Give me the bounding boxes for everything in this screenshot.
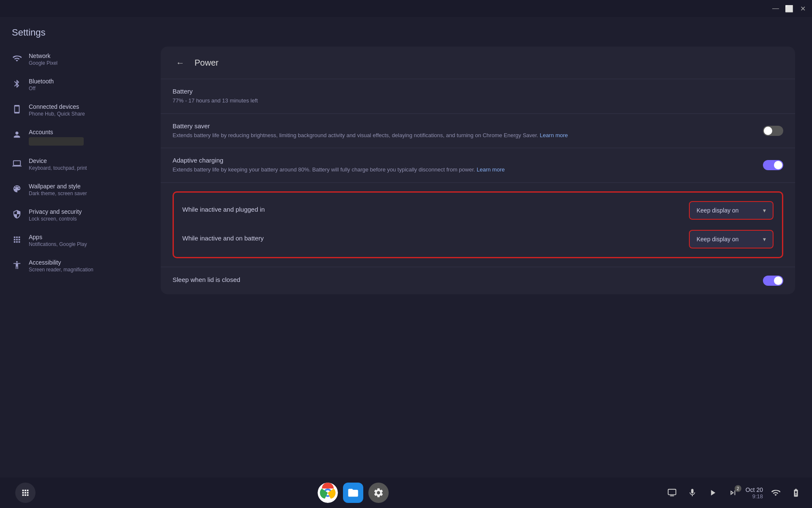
play-button[interactable] <box>705 485 720 500</box>
accounts-title: Accounts <box>29 129 134 135</box>
connected-subtitle: Phone Hub, Quick Share <box>29 111 134 117</box>
device-title: Device <box>29 157 134 164</box>
sidebar-text-accessibility: Accessibility Screen reader, magnificati… <box>29 259 134 273</box>
panel-title: Power <box>195 58 219 68</box>
network-title: Network <box>29 52 134 59</box>
sidebar: Settings Network Google Pixel Bluetoo <box>0 17 152 478</box>
battery-saver-title: Battery saver <box>173 122 754 130</box>
apps-icon <box>12 235 22 245</box>
battery-saver-toggle-knob <box>764 127 772 135</box>
sidebar-item-bluetooth[interactable]: Bluetooth Off <box>0 72 145 97</box>
sleep-lid-title: Sleep when lid is closed <box>173 276 240 283</box>
sidebar-item-privacy[interactable]: Privacy and security Lock screen, contro… <box>0 202 145 228</box>
while-battery-row: While inactive and on battery Keep displ… <box>177 225 779 254</box>
date-display: Oct 20 <box>746 486 763 493</box>
devices-icon <box>12 104 22 114</box>
while-plugged-label: While inactive and plugged in <box>182 206 265 213</box>
bluetooth-icon <box>12 79 22 89</box>
chrome-app-button[interactable] <box>318 483 338 503</box>
account-icon <box>12 130 22 140</box>
while-battery-dropdown-arrow: ▾ <box>763 236 766 243</box>
main-content: ← Power Battery 77% - 17 hours and 13 mi… <box>152 38 812 478</box>
battery-saver-section: Battery saver Extends battery life by re… <box>161 114 795 149</box>
adaptive-charging-toggle[interactable] <box>763 160 783 170</box>
shield-icon <box>12 209 22 219</box>
battery-title: Battery <box>173 88 783 95</box>
privacy-subtitle: Lock screen, controls <box>29 216 134 222</box>
keep-display-highlight-box: While inactive and plugged in Keep displ… <box>173 191 783 258</box>
sidebar-item-device[interactable]: Device Keyboard, touchpad, print <box>0 152 145 177</box>
overview-button[interactable] <box>664 485 680 500</box>
sidebar-item-apps[interactable]: Apps Notifications, Google Play <box>0 228 145 253</box>
network-subtitle: Google Pixel <box>29 60 134 66</box>
battery-status-icon[interactable] <box>788 485 804 500</box>
content-panel: ← Power Battery 77% - 17 hours and 13 mi… <box>161 47 795 294</box>
while-plugged-row: While inactive and plugged in Keep displ… <box>177 196 779 225</box>
sidebar-text-accounts: Accounts <box>29 129 134 146</box>
battery-saver-toggle[interactable] <box>763 126 783 136</box>
time-display: 9:18 <box>746 493 763 500</box>
sidebar-title: Settings <box>12 27 140 38</box>
sidebar-header: Settings <box>0 17 152 47</box>
back-button[interactable]: ← <box>173 55 188 70</box>
adaptive-charging-text: Adaptive charging Extends battery life b… <box>173 157 763 174</box>
sidebar-item-wallpaper[interactable]: Wallpaper and style Dark theme, screen s… <box>0 177 145 202</box>
sidebar-text-apps: Apps Notifications, Google Play <box>29 234 134 247</box>
skip-next-button[interactable]: 2 <box>725 485 741 500</box>
while-battery-dropdown[interactable]: Keep display on ▾ <box>689 230 774 248</box>
accounts-blur <box>29 137 84 146</box>
panel-header: ← Power <box>161 47 795 79</box>
wallpaper-title: Wallpaper and style <box>29 183 134 190</box>
mic-button[interactable] <box>685 485 700 500</box>
close-button[interactable]: ✕ <box>797 3 809 14</box>
battery-saver-row: Battery saver Extends battery life by re… <box>173 122 783 140</box>
svg-rect-3 <box>668 489 676 495</box>
sleep-lid-toggle[interactable] <box>763 276 783 286</box>
privacy-title: Privacy and security <box>29 208 134 215</box>
palette-icon <box>12 184 22 194</box>
svg-rect-4 <box>670 495 674 496</box>
taskbar: 2 Oct 20 9:18 <box>0 478 812 508</box>
taskbar-right: 2 Oct 20 9:18 <box>664 485 804 500</box>
date-time-button[interactable]: Oct 20 9:18 <box>746 486 763 500</box>
apps-launcher-button[interactable] <box>15 483 36 503</box>
battery-saver-desc: Extends battery life by reducing brightn… <box>173 131 754 140</box>
adaptive-charging-learn-more[interactable]: Learn more <box>477 166 505 173</box>
minimize-button[interactable]: — <box>770 3 782 14</box>
adaptive-charging-desc: Extends battery life by keeping your bat… <box>173 166 754 174</box>
sidebar-item-network[interactable]: Network Google Pixel <box>0 47 145 72</box>
bluetooth-subtitle: Off <box>29 86 134 91</box>
sidebar-text-connected: Connected devices Phone Hub, Quick Share <box>29 103 134 117</box>
sidebar-text-network: Network Google Pixel <box>29 52 134 66</box>
wifi-status-icon[interactable] <box>768 485 783 500</box>
device-subtitle: Keyboard, touchpad, print <box>29 165 134 171</box>
while-plugged-dropdown[interactable]: Keep display on ▾ <box>689 201 774 220</box>
taskbar-center <box>318 483 389 503</box>
accessibility-subtitle: Screen reader, magnification <box>29 267 134 273</box>
laptop-icon <box>12 158 22 168</box>
sleep-lid-toggle-knob <box>774 276 782 285</box>
sidebar-item-connected-devices[interactable]: Connected devices Phone Hub, Quick Share <box>0 97 145 123</box>
sidebar-text-bluetooth: Bluetooth Off <box>29 78 134 91</box>
sidebar-text-privacy: Privacy and security Lock screen, contro… <box>29 208 134 222</box>
sidebar-text-wallpaper: Wallpaper and style Dark theme, screen s… <box>29 183 134 196</box>
adaptive-charging-toggle-knob <box>774 161 782 169</box>
display-settings-section: While inactive and plugged in Keep displ… <box>161 183 795 267</box>
sleep-lid-row: Sleep when lid is closed <box>173 276 783 286</box>
battery-saver-learn-more[interactable]: Learn more <box>540 132 568 138</box>
while-plugged-dropdown-arrow: ▾ <box>763 207 766 214</box>
maximize-button[interactable]: ⬜ <box>783 3 795 14</box>
wifi-icon <box>12 53 22 64</box>
wallpaper-subtitle: Dark theme, screen saver <box>29 190 134 196</box>
files-app-button[interactable] <box>343 483 363 503</box>
adaptive-charging-title: Adaptive charging <box>173 157 754 164</box>
adaptive-charging-section: Adaptive charging Extends battery life b… <box>161 148 795 183</box>
settings-app-button[interactable] <box>368 483 389 503</box>
sleep-lid-section: Sleep when lid is closed <box>161 267 795 294</box>
connected-title: Connected devices <box>29 103 134 110</box>
sidebar-item-accessibility[interactable]: Accessibility Screen reader, magnificati… <box>0 253 145 279</box>
apps-subtitle: Notifications, Google Play <box>29 241 134 247</box>
bluetooth-title: Bluetooth <box>29 78 134 85</box>
notification-badge: 2 <box>735 485 741 492</box>
sidebar-item-accounts[interactable]: Accounts <box>0 123 145 152</box>
